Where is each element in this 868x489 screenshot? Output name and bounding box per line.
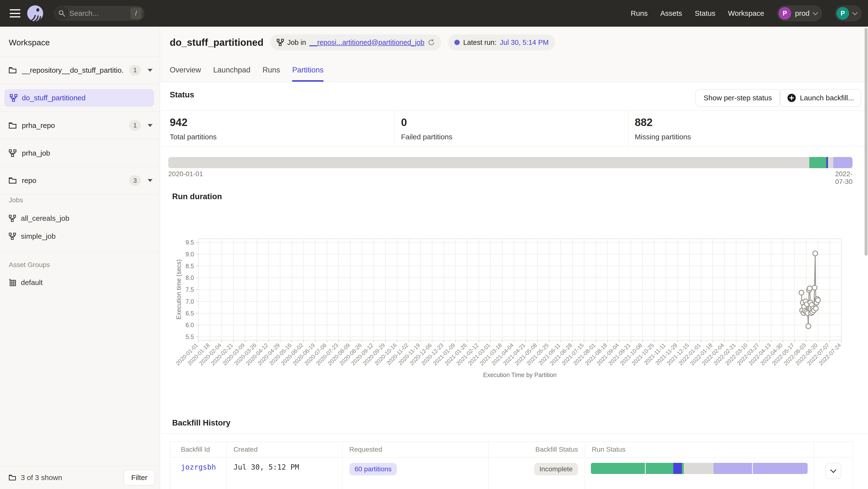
launch-backfill-button[interactable]: Launch backfill... (780, 89, 861, 107)
job-icon (277, 39, 284, 46)
nav-status[interactable]: Status (695, 9, 715, 18)
launch-backfill-label: Launch backfill... (800, 94, 854, 102)
stat-value: 0 (401, 116, 453, 128)
status-heading: Status (170, 90, 194, 99)
user-avatar: P (836, 7, 849, 20)
tab-launchpad[interactable]: Launchpad (213, 66, 250, 82)
stat-missing-partitions: 882 Missing partitions (635, 116, 691, 141)
plus-circle-icon (787, 94, 796, 102)
expand-caret-icon[interactable] (148, 124, 153, 127)
stat-label: Failed partitions (401, 133, 453, 141)
backfill-history-heading: Backfill History (172, 418, 230, 427)
divider (0, 252, 160, 252)
chevron-down-icon (813, 10, 818, 15)
expand-caret-icon[interactable] (148, 69, 153, 72)
sidebar-title: Workspace (9, 38, 50, 47)
sidebar-item-do-stuff-partitioned: do_stuff_partitioned (0, 84, 160, 111)
expand-row-button[interactable] (826, 463, 841, 479)
sidebar-item-simple-job[interactable]: simple_job (9, 232, 160, 240)
job-icon (9, 233, 16, 240)
page-scrollbar[interactable] (865, 28, 868, 256)
tab-runs[interactable]: Runs (262, 66, 280, 82)
stat-value: 942 (170, 116, 217, 128)
job-page-header: do_stuff_partitioned Job in __reposi...a… (160, 27, 868, 82)
divider (628, 111, 629, 146)
repo-count-badge: 3 (129, 175, 141, 186)
col-run-status: Run Status (585, 442, 814, 457)
repo-label: repo (22, 176, 124, 185)
folder-icon (9, 122, 17, 129)
deployment-name: prod (795, 9, 810, 18)
svg-text:Execution time (secs): Execution time (secs) (175, 259, 182, 320)
stat-label: Total partitions (170, 133, 217, 141)
run-status-dot-icon (454, 40, 460, 45)
reload-icon[interactable] (428, 39, 435, 46)
job-icon (9, 215, 16, 222)
expand-caret-icon[interactable] (148, 179, 153, 182)
svg-text:9.5: 9.5 (185, 239, 194, 246)
repository-list: __repository__do_stuff_partitio... 1 do_… (0, 56, 160, 194)
partition-range-end: 2022-07-30 (835, 170, 852, 186)
col-backfill-id: Backfill Id (170, 442, 227, 457)
nav-assets[interactable]: Assets (660, 9, 682, 18)
jobs-section-label: Jobs (9, 196, 160, 204)
folder-icon (9, 177, 17, 184)
search-icon (55, 6, 69, 20)
partition-status-bar[interactable] (168, 157, 852, 168)
sidebar-item-asset-group-default[interactable]: default (9, 279, 160, 287)
search-input[interactable] (69, 9, 130, 18)
global-search[interactable]: / (54, 6, 145, 21)
stat-value: 882 (635, 116, 691, 128)
svg-text:8.0: 8.0 (185, 274, 194, 281)
sidebar-item-repository-do-stuff[interactable]: __repository__do_stuff_partitio... 1 (0, 56, 160, 84)
stat-label: Missing partitions (635, 133, 691, 141)
run-duration-chart[interactable]: 2020-01-012020-01-182020-02-042020-02-21… (160, 203, 868, 383)
partition-range-start: 2020-01-01 (168, 170, 203, 178)
table-row: jozrgsbh Jul 30, 5:12 PM 60 partitions 2… (170, 457, 853, 489)
svg-text:7.5: 7.5 (185, 286, 194, 293)
repo-label: __repository__do_stuff_partitio... (22, 66, 124, 74)
hamburger-menu-icon[interactable] (10, 9, 20, 18)
chevron-down-icon (830, 467, 836, 473)
tab-partitions[interactable]: Partitions (292, 66, 323, 82)
backfill-id-link[interactable]: jozrgsbh (181, 463, 216, 471)
nav-workspace[interactable]: Workspace (728, 9, 764, 18)
svg-text:Execution Time by Partition: Execution Time by Partition (483, 371, 557, 378)
job-location-link[interactable]: __reposi...artitioned@partitioned_job (309, 38, 424, 46)
sidebar-item-all-cereals-job[interactable]: all_cereals_job (9, 214, 160, 223)
sidebar-item-prha-repo[interactable]: prha_repo 1 (0, 111, 160, 139)
asset-group-label: default (21, 279, 43, 287)
repo-count-badge: 1 (129, 65, 141, 75)
sidebar-item-prha-job[interactable]: prha_job (0, 139, 160, 167)
svg-text:6.0: 6.0 (185, 322, 194, 328)
nav-runs[interactable]: Runs (631, 9, 648, 18)
svg-text:5.5: 5.5 (185, 333, 194, 340)
run-status-bar[interactable] (591, 463, 808, 474)
svg-text:8.5: 8.5 (185, 263, 194, 269)
requested-partitions-badge[interactable]: 60 partitions (349, 463, 397, 476)
latest-run-prefix: Latest run: (463, 38, 496, 46)
latest-run-link[interactable]: Jul 30, 5:14 PM (500, 38, 549, 46)
user-menu[interactable]: P (835, 5, 862, 21)
top-nav-links: Runs Assets Status Workspace P prod P (631, 5, 862, 21)
job-location-pill: Job in __reposi...artitioned@partitioned… (270, 34, 441, 51)
selected-job-do-stuff-partitioned[interactable]: do_stuff_partitioned (4, 89, 154, 107)
sidebar-footer: 3 of 3 shown Filter (0, 466, 160, 489)
stat-failed-partitions: 0 Failed partitions (401, 116, 453, 141)
job-tabs: Overview Launchpad Runs Partitions (170, 66, 323, 82)
tab-overview[interactable]: Overview (170, 66, 201, 82)
job-icon (9, 149, 17, 157)
asset-groups-section-label: Asset Groups (9, 261, 160, 269)
folder-icon (9, 67, 17, 74)
deployment-switcher[interactable]: P prod (777, 5, 822, 21)
backfill-history-table: Backfill Id Created Requested Backfill S… (170, 442, 853, 489)
dagster-logo-icon[interactable] (27, 5, 43, 21)
filter-button[interactable]: Filter (124, 470, 155, 485)
backfill-created: Jul 30, 5:12 PM (227, 457, 343, 489)
folder-icon (9, 475, 16, 481)
show-per-step-status-button[interactable]: Show per-step status (695, 89, 780, 107)
col-requested: Requested (343, 442, 489, 457)
run-duration-heading: Run duration (172, 192, 222, 201)
job-label: all_cereals_job (21, 214, 69, 223)
sidebar-item-repo[interactable]: repo 3 (0, 167, 160, 194)
